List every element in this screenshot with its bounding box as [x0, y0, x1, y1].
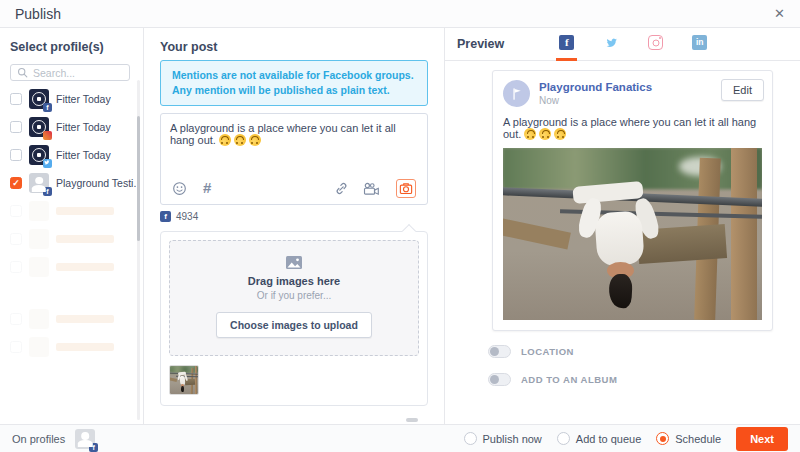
twitter-badge-icon: [43, 159, 52, 168]
close-icon[interactable]: ✕: [774, 6, 785, 21]
schedule-label: Schedule: [675, 433, 721, 445]
publish-now-radio[interactable]: [464, 432, 477, 445]
flag-icon: [510, 87, 523, 100]
profile-name: Fitter Today: [56, 121, 111, 133]
composer-scroll-indicator[interactable]: [406, 418, 418, 422]
page-avatar: [503, 80, 530, 107]
facebook-icon: f: [160, 211, 171, 222]
disabled-profile-row: [10, 257, 143, 277]
preview-body: Playground Fanatics Now Edit A playgroun…: [445, 61, 800, 401]
profile-row-fitter-twitter[interactable]: Fitter Today: [10, 145, 143, 165]
location-toggle[interactable]: [488, 345, 511, 358]
preview-heading: Preview: [457, 37, 504, 51]
camera-icon[interactable]: [396, 179, 416, 198]
profile-row-playground-facebook[interactable]: ✓ f Playground Testi...: [10, 173, 143, 193]
editor-toolbar: #: [161, 173, 427, 204]
add-to-album-toggle[interactable]: [488, 373, 511, 386]
profile-select-panel: Select profile(s) f Fitter Today Fitter …: [0, 28, 144, 424]
profile-avatar: f: [29, 173, 49, 193]
video-icon[interactable]: [363, 182, 380, 196]
add-to-queue-option[interactable]: Add to queue: [557, 432, 641, 445]
instagram-badge-icon: [43, 131, 52, 140]
page-name[interactable]: Playground Fanatics: [539, 81, 652, 93]
album-toggle-row: ADD TO AN ALBUM: [488, 373, 800, 386]
emoji-picker-icon[interactable]: [172, 181, 187, 196]
post-emojis: [521, 128, 566, 140]
tab-linkedin[interactable]: in: [689, 28, 710, 61]
location-toggle-row: LOCATION: [488, 345, 800, 358]
facebook-badge-icon: f: [89, 443, 98, 452]
composer-panel: Your post Mentions are not available for…: [144, 28, 445, 424]
preview-header: Preview f in: [445, 28, 800, 61]
upside-down-face-emoji: [554, 128, 566, 140]
on-profiles-label: On profiles: [12, 433, 65, 445]
image-upload-card: Drag images here Or if you prefer... Cho…: [160, 231, 428, 406]
tab-twitter[interactable]: [600, 28, 622, 61]
next-button[interactable]: Next: [736, 427, 788, 451]
profile-avatar: [29, 145, 49, 165]
upside-down-face-emoji: [219, 134, 231, 146]
disabled-profile-row: [10, 229, 143, 249]
dropzone-subtitle: Or if you prefer...: [180, 290, 408, 301]
profile-name: Fitter Today: [56, 93, 111, 105]
upside-down-face-emoji: [249, 134, 261, 146]
link-icon[interactable]: [334, 181, 349, 196]
post-text: A playground is a place where you can le…: [170, 122, 396, 146]
profiles-scrollbar-track[interactable]: [137, 80, 140, 420]
modal-header: Publish ✕: [0, 0, 800, 28]
publish-now-option[interactable]: Publish now: [464, 432, 542, 445]
choose-images-button[interactable]: Choose images to upload: [216, 312, 372, 338]
profile-row-fitter-facebook[interactable]: f Fitter Today: [10, 89, 143, 109]
network-tabs: f in: [556, 28, 710, 61]
profile-name: Fitter Today: [56, 149, 111, 161]
upside-down-face-emoji: [539, 128, 551, 140]
publish-now-label: Publish now: [483, 433, 542, 445]
facebook-badge-icon: f: [43, 103, 52, 112]
profile-checkbox[interactable]: [10, 149, 22, 161]
add-to-queue-label: Add to queue: [576, 433, 641, 445]
profile-checkbox[interactable]: [10, 93, 22, 105]
profiles-heading: Select profile(s): [10, 40, 143, 54]
facebook-post-preview-card: Playground Fanatics Now Edit A playgroun…: [492, 70, 773, 331]
image-dropzone[interactable]: Drag images here Or if you prefer... Cho…: [169, 240, 419, 356]
disabled-profile-row: [10, 309, 143, 329]
preview-post-photo: [503, 148, 762, 320]
add-to-queue-radio[interactable]: [557, 432, 570, 445]
post-emojis: [216, 134, 261, 146]
profile-checkbox-checked[interactable]: ✓: [10, 177, 22, 189]
profile-row-fitter-instagram[interactable]: Fitter Today: [10, 117, 143, 137]
twitter-icon: [603, 36, 619, 50]
hashtag-icon[interactable]: #: [203, 179, 211, 196]
upside-down-face-emoji: [234, 134, 246, 146]
profiles-scrollbar-thumb[interactable]: [137, 116, 140, 241]
facebook-groups-notice: Mentions are not available for Facebook …: [160, 60, 428, 106]
search-icon: [17, 67, 28, 78]
search-input-field[interactable]: [33, 67, 113, 79]
footer-profile-avatar: f: [75, 429, 95, 449]
tab-instagram[interactable]: [645, 28, 666, 61]
search-input[interactable]: [10, 64, 130, 81]
preview-post-text: A playground is a place where you can le…: [503, 116, 762, 140]
playground-photo-thumbnail: [170, 366, 198, 394]
post-time: Now: [539, 95, 652, 106]
composer-heading: Your post: [160, 40, 428, 54]
facebook-icon: f: [559, 35, 574, 50]
instagram-icon: [648, 35, 663, 50]
character-count-value: 4934: [176, 211, 198, 222]
profile-avatar: [29, 117, 49, 137]
edit-button[interactable]: Edit: [721, 79, 764, 101]
dropzone-title: Drag images here: [180, 275, 408, 287]
linkedin-icon: in: [692, 35, 707, 50]
profile-checkbox[interactable]: [10, 121, 22, 133]
uploaded-image-thumbnail[interactable]: [169, 365, 199, 395]
location-label: LOCATION: [521, 346, 574, 357]
schedule-radio-selected[interactable]: [656, 432, 669, 445]
disabled-profile-row: [10, 201, 143, 221]
add-to-album-label: ADD TO AN ALBUM: [521, 374, 617, 385]
schedule-option[interactable]: Schedule: [656, 432, 721, 445]
tab-facebook[interactable]: f: [556, 28, 577, 61]
post-text-editor[interactable]: A playground is a place where you can le…: [160, 113, 428, 205]
image-icon: [286, 256, 302, 269]
profile-name: Playground Testi...: [56, 177, 136, 189]
preview-panel: Preview f in Playground Fanatics No: [445, 28, 800, 424]
